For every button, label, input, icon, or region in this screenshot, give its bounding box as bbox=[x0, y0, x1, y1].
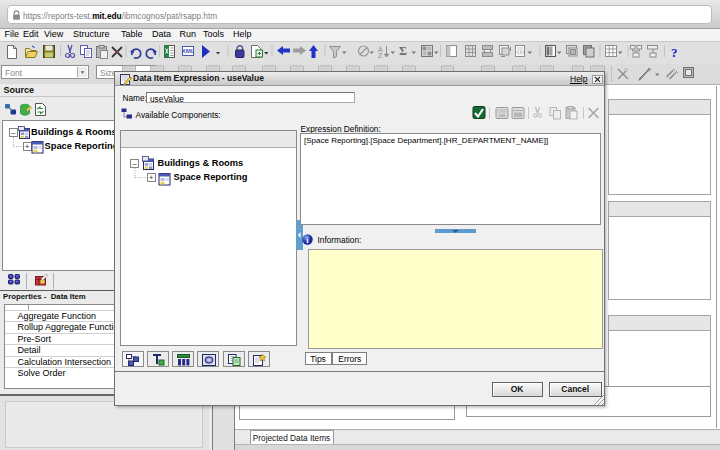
svg-text:Σ: Σ bbox=[399, 44, 407, 58]
svg-text:XML: XML bbox=[182, 48, 195, 54]
svg-text:?: ? bbox=[671, 45, 678, 60]
svg-text:Z: Z bbox=[378, 52, 383, 59]
